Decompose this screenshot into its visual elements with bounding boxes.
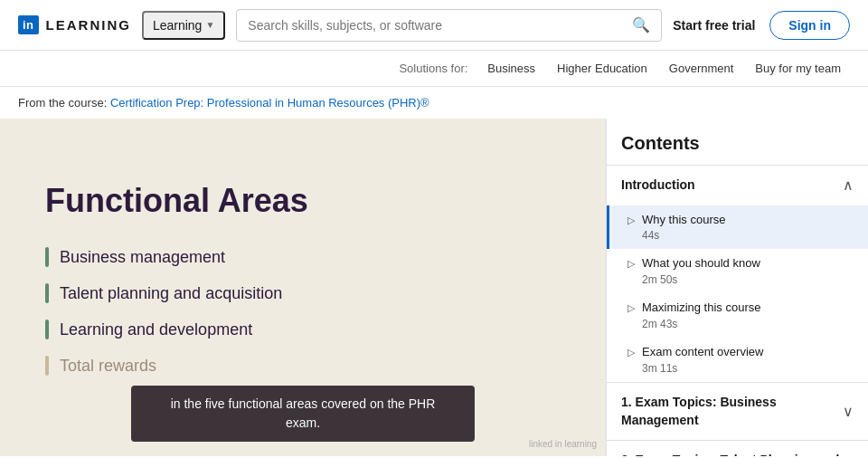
item-duration: 44s — [642, 229, 725, 242]
section-title: 1. Exam Topics: Business Management — [621, 394, 843, 429]
sub-nav-buy-for-team[interactable]: Buy for my team — [746, 58, 850, 79]
slide-item-text: Learning and development — [60, 320, 252, 339]
sub-nav-higher-education[interactable]: Higher Education — [548, 58, 656, 79]
slide-item-text: Business management — [60, 248, 225, 267]
course-item[interactable]: ▷ Why this course 44s — [607, 205, 868, 250]
slide-item-text: Total rewards — [60, 357, 156, 376]
learning-wordmark: LEARNING — [46, 17, 131, 33]
item-duration: 2m 43s — [642, 318, 761, 330]
item-duration: 3m 11s — [642, 362, 763, 375]
sub-nav: Solutions for: Business Higher Education… — [0, 51, 868, 87]
section-title: Introduction — [621, 177, 843, 195]
section-items-introduction: ▷ Why this course 44s ▷ What you should … — [607, 205, 868, 383]
breadcrumb-course-link[interactable]: Certification Prep: Professional in Huma… — [110, 96, 429, 110]
sign-in-button[interactable]: Sign in — [769, 11, 850, 40]
linkedin-logo: in LEARNING — [18, 15, 131, 34]
item-duration: 2m 50s — [642, 273, 760, 286]
list-item: Total rewards — [45, 356, 561, 376]
contents-sidebar: Contents Introduction ∧ ▷ Why this cours… — [606, 119, 868, 456]
chevron-down-icon: ∨ — [843, 403, 854, 420]
list-item: Talent planning and acquisition — [45, 283, 561, 303]
sub-nav-business[interactable]: Business — [478, 58, 544, 79]
item-title: What you should know — [642, 256, 760, 272]
section-exam-business[interactable]: 1. Exam Topics: Business Management ∨ — [607, 382, 868, 440]
course-item[interactable]: ▷ What you should know 2m 50s — [607, 249, 868, 293]
nav-dropdown-label: Learning — [153, 18, 203, 33]
sub-nav-government[interactable]: Government — [660, 58, 743, 79]
slide-items: Business management Talent planning and … — [45, 247, 561, 376]
header-actions: Start free trial Sign in — [673, 11, 850, 40]
course-item[interactable]: ▷ Maximizing this course 2m 43s — [607, 293, 868, 338]
video-caption: in the five functional areas covered on … — [131, 386, 475, 442]
linkedin-badge: in — [18, 15, 39, 34]
play-icon: ▷ — [627, 215, 635, 226]
item-title: Maximizing this course — [642, 301, 761, 316]
contents-title: Contents — [607, 119, 868, 165]
item-info: Why this course 44s — [642, 213, 725, 243]
item-bar-icon — [45, 247, 49, 267]
section-exam-talent[interactable]: 2. Exam Topics: Talent Planning and Acqu… — [607, 440, 868, 456]
slide-item-text: Talent planning and acquisition — [60, 284, 282, 303]
breadcrumb: From the course: Certification Prep: Pro… — [0, 87, 868, 119]
play-icon: ▷ — [627, 302, 635, 314]
list-item: Business management — [45, 247, 561, 267]
breadcrumb-prefix: From the course: — [18, 96, 107, 110]
play-icon: ▷ — [627, 347, 635, 358]
item-bar-icon — [45, 320, 49, 339]
learning-nav-dropdown[interactable]: Learning ▼ — [142, 11, 225, 40]
search-bar: 🔍 — [236, 9, 662, 42]
video-area: Functional Areas Business management Tal… — [0, 119, 606, 456]
chevron-down-icon: ▼ — [205, 20, 214, 30]
item-info: What you should know 2m 50s — [642, 256, 760, 286]
watermark: linked in learning — [529, 439, 597, 449]
search-input[interactable] — [237, 18, 621, 33]
main-content: Functional Areas Business management Tal… — [0, 119, 868, 456]
search-icon: 🔍 — [632, 17, 650, 33]
slide-title: Functional Areas — [45, 181, 561, 220]
section-title: 2. Exam Topics: Talent Planning and Acqu… — [621, 452, 843, 456]
search-button[interactable]: 🔍 — [621, 16, 661, 33]
start-trial-button[interactable]: Start free trial — [673, 18, 755, 33]
item-bar-icon — [45, 283, 49, 303]
chevron-up-icon: ∧ — [843, 177, 854, 194]
play-icon: ▷ — [627, 258, 635, 270]
header: in LEARNING Learning ▼ 🔍 Start free tria… — [0, 0, 868, 51]
item-info: Maximizing this course 2m 43s — [642, 301, 761, 330]
list-item: Learning and development — [45, 320, 561, 339]
solutions-label: Solutions for: — [399, 62, 467, 75]
section-introduction[interactable]: Introduction ∧ — [607, 165, 868, 205]
item-title: Exam content overview — [642, 345, 763, 360]
course-item[interactable]: ▷ Exam content overview 3m 11s — [607, 338, 868, 382]
item-info: Exam content overview 3m 11s — [642, 345, 763, 375]
item-title: Why this course — [642, 213, 725, 228]
item-bar-icon — [45, 356, 49, 376]
